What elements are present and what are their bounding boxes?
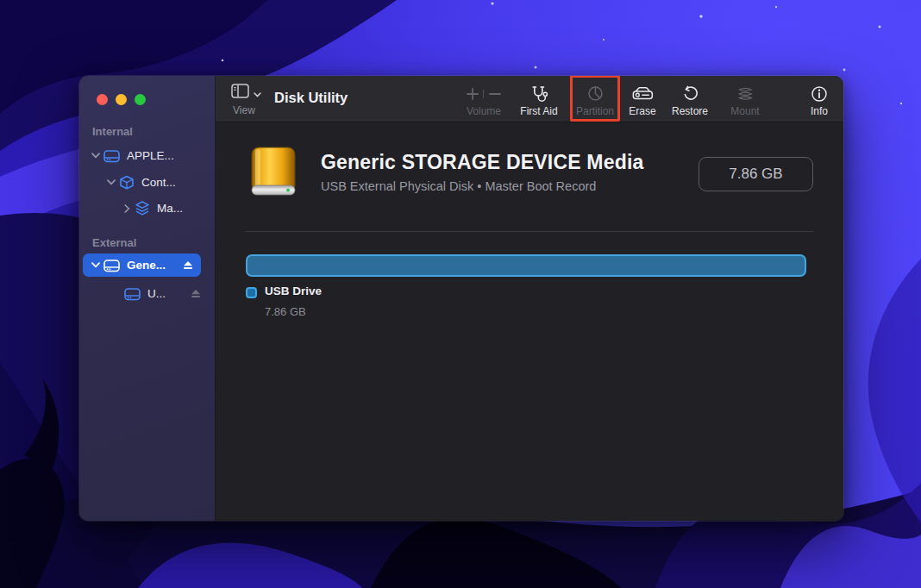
partition-bar-usb-drive[interactable]	[246, 254, 806, 277]
toolbar-button-label: First Aid	[520, 105, 557, 117]
pie-chart-icon	[586, 84, 605, 103]
device-title: Generic STORAGE DEVICE Media	[321, 151, 644, 174]
minimize-button[interactable]	[116, 94, 127, 105]
partition-legend-swatch	[246, 287, 257, 298]
sidebar-item-apple-disk[interactable]: APPLE...	[91, 145, 174, 166]
volume-plus-minus-icon	[466, 84, 502, 103]
sidebar-item-label: Cont...	[141, 176, 176, 189]
external-drive-icon	[631, 84, 654, 103]
erase-button[interactable]: Erase	[629, 76, 655, 122]
toolbar: View Disk Utility Volume First Aid	[216, 76, 843, 122]
disk-icon	[124, 287, 141, 301]
stethoscope-icon	[529, 84, 548, 103]
chevron-right-icon[interactable]	[122, 204, 132, 213]
sidebar-item-usb-volume[interactable]: U...	[122, 283, 201, 304]
chevron-down-icon	[254, 85, 261, 101]
mount-icon	[736, 84, 754, 103]
eject-icon[interactable]	[191, 289, 201, 298]
restore-button[interactable]: Restore	[672, 76, 708, 122]
info-button[interactable]: Info	[811, 76, 828, 122]
volume-name: USB Drive	[265, 285, 322, 297]
toolbar-button-label: Volume	[467, 105, 501, 117]
disk-icon	[103, 149, 120, 163]
partition-button[interactable]: Partition	[576, 76, 614, 122]
view-button-label: View	[233, 104, 261, 116]
details-table: Location: External Connection: USB Parti…	[246, 343, 806, 463]
sidebar: Internal APPLE... Cont...	[79, 76, 216, 521]
orange-drive-icon	[246, 147, 301, 202]
volume-size: 7.86 GB	[265, 305, 306, 318]
sidebar-item-label: APPLE...	[127, 149, 174, 162]
sidebar-panel-icon	[231, 84, 249, 102]
info-icon	[811, 84, 828, 103]
eject-icon[interactable]	[183, 260, 193, 270]
view-button[interactable]: View	[231, 84, 261, 116]
main-area: View Disk Utility Volume First Aid	[216, 76, 843, 521]
first-aid-button[interactable]: First Aid	[520, 76, 557, 122]
desktop: Internal APPLE... Cont...	[0, 0, 921, 588]
sidebar-item-container[interactable]: Cont...	[106, 172, 176, 193]
toolbar-button-label: Erase	[629, 105, 655, 117]
toolbar-button-label: Partition	[576, 105, 614, 117]
toolbar-button-label: Info	[811, 105, 828, 117]
window-title: Disk Utility	[274, 90, 348, 106]
layers-icon	[135, 201, 150, 216]
sidebar-item-label: Gene...	[127, 259, 166, 272]
chevron-down-icon[interactable]	[91, 153, 101, 159]
sidebar-item-volume[interactable]: Ma...	[122, 197, 183, 219]
sidebar-item-label: Ma...	[157, 202, 183, 215]
volume-button[interactable]: Volume	[466, 76, 502, 122]
chevron-down-icon[interactable]	[91, 262, 101, 268]
content-pane: Generic STORAGE DEVICE Media USB Externa…	[216, 122, 843, 521]
sidebar-item-label: U...	[147, 287, 166, 300]
toolbar-button-label: Restore	[672, 105, 708, 117]
restore-arrow-icon	[681, 84, 699, 103]
zoom-button[interactable]	[135, 94, 146, 105]
capacity-badge: 7.86 GB	[699, 157, 813, 191]
mount-button[interactable]: Mount	[730, 76, 759, 122]
sidebar-section-internal: Internal	[92, 125, 133, 138]
chevron-down-icon[interactable]	[106, 179, 116, 185]
sidebar-item-generic-device[interactable]: Gene...	[83, 253, 201, 277]
device-subtitle: USB External Physical Disk • Master Boot…	[321, 179, 596, 193]
divider	[246, 231, 813, 232]
container-icon	[119, 175, 135, 191]
close-button[interactable]	[97, 94, 108, 105]
disk-icon	[103, 259, 120, 272]
toolbar-button-label: Mount	[730, 105, 759, 117]
disk-utility-window: Internal APPLE... Cont...	[79, 76, 843, 521]
sidebar-section-external: External	[92, 236, 136, 249]
